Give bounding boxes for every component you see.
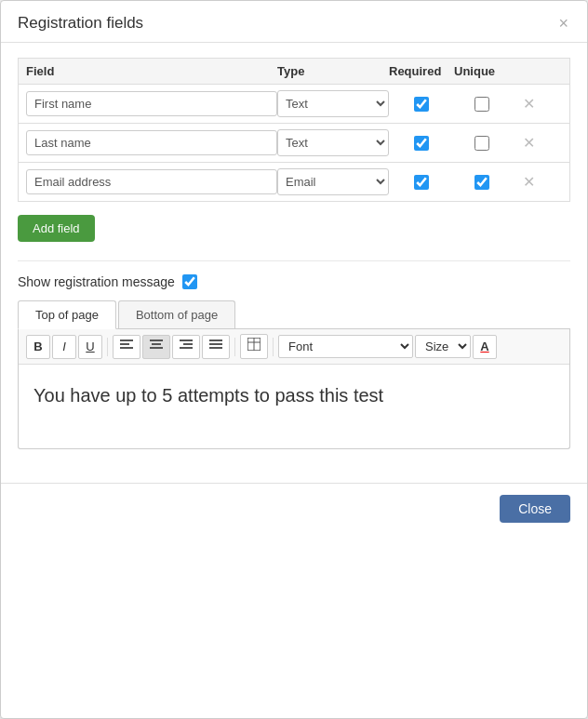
show-message-label: Show registration message: [18, 274, 175, 289]
field-delete-icon-1[interactable]: ✕: [510, 95, 547, 113]
show-message-row: Show registration message: [18, 274, 570, 289]
col-required-label: Required: [389, 64, 454, 78]
dialog-title: Registration fields: [18, 14, 143, 33]
toolbar-separator-3: [273, 338, 274, 356]
field-required-cell: [389, 97, 454, 112]
field-unique-cell: [454, 97, 510, 112]
svg-rect-7: [183, 343, 193, 345]
dialog-body: Field Type Required Unique Text Email Nu…: [1, 43, 587, 464]
table-row: Text Email Number Date ✕: [18, 123, 570, 162]
col-type-label: Type: [277, 64, 389, 78]
underline-button[interactable]: U: [78, 335, 102, 359]
table-row: Text Email Number Date ✕: [18, 162, 570, 202]
field-unique-checkbox-1[interactable]: [474, 97, 489, 112]
svg-rect-11: [209, 347, 222, 349]
font-select[interactable]: Font Arial Times New Roman Courier New: [278, 335, 413, 358]
svg-rect-5: [150, 347, 163, 349]
size-select[interactable]: Size 8101214 16182436: [415, 335, 471, 358]
field-name-input-1[interactable]: [26, 91, 277, 116]
field-name-input-3[interactable]: [26, 169, 277, 194]
align-center-icon: [150, 340, 163, 351]
field-unique-cell: [454, 175, 510, 190]
svg-rect-3: [150, 340, 163, 341]
toolbar-separator-1: [107, 338, 108, 356]
tabs-row: Top of page Bottom of page: [18, 300, 570, 329]
align-center-button[interactable]: [142, 335, 170, 359]
field-unique-cell: [454, 136, 510, 151]
field-required-cell: [389, 136, 454, 151]
font-color-label: A: [480, 340, 488, 353]
field-required-checkbox-3[interactable]: [414, 175, 429, 190]
editor-container: B I U: [18, 329, 570, 449]
svg-rect-8: [180, 347, 193, 349]
close-button[interactable]: Close: [500, 495, 570, 523]
field-name-cell: [26, 169, 277, 194]
dialog-footer: Close: [1, 483, 587, 534]
svg-rect-9: [209, 340, 222, 341]
field-name-cell: [26, 91, 277, 116]
field-name-cell: [26, 130, 277, 155]
field-unique-checkbox-3[interactable]: [474, 175, 489, 190]
field-type-cell: Text Email Number Date: [277, 90, 389, 117]
col-field-label: Field: [26, 64, 277, 78]
font-color-button[interactable]: A: [473, 335, 497, 359]
field-delete-icon-2[interactable]: ✕: [510, 134, 547, 152]
justify-icon: [209, 340, 222, 351]
toolbar-separator-2: [234, 338, 235, 356]
table-header: Field Type Required Unique: [18, 58, 570, 84]
show-message-checkbox[interactable]: [182, 274, 197, 289]
section-divider: [18, 260, 570, 261]
align-right-icon: [180, 340, 193, 351]
field-required-checkbox-2[interactable]: [414, 136, 429, 151]
svg-rect-6: [180, 340, 193, 341]
align-right-button[interactable]: [172, 335, 200, 359]
editor-content[interactable]: You have up to 5 attempts to pass this t…: [19, 365, 569, 448]
field-delete-icon-3[interactable]: ✕: [510, 173, 547, 191]
field-type-cell: Text Email Number Date: [277, 168, 389, 195]
field-name-input-2[interactable]: [26, 130, 277, 155]
bold-button[interactable]: B: [26, 335, 50, 359]
dialog-close-x-button[interactable]: ×: [556, 15, 570, 32]
editor-text: You have up to 5 attempts to pass this t…: [33, 385, 383, 406]
field-type-select-3[interactable]: Text Email Number Date: [277, 168, 389, 195]
field-required-checkbox-1[interactable]: [414, 97, 429, 112]
dialog: Registration fields × Field Type Require…: [0, 0, 588, 719]
table-row: Text Email Number Date ✕: [18, 84, 570, 123]
add-field-button[interactable]: Add field: [18, 215, 95, 242]
col-unique-label: Unique: [454, 64, 510, 78]
italic-button[interactable]: I: [52, 335, 76, 359]
align-left-icon: [120, 340, 133, 351]
justify-button[interactable]: [202, 335, 230, 359]
svg-rect-10: [209, 343, 222, 345]
table-button[interactable]: [240, 334, 268, 359]
align-left-button[interactable]: [113, 335, 140, 359]
field-type-cell: Text Email Number Date: [277, 129, 389, 156]
svg-rect-2: [120, 347, 133, 349]
editor-toolbar: B I U: [19, 329, 569, 365]
svg-rect-1: [120, 343, 129, 345]
field-type-select-1[interactable]: Text Email Number Date: [277, 90, 389, 117]
field-unique-checkbox-2[interactable]: [474, 136, 489, 151]
svg-rect-0: [120, 340, 133, 341]
dialog-header: Registration fields ×: [1, 1, 587, 43]
table-icon: [247, 338, 261, 351]
field-required-cell: [389, 175, 454, 190]
tab-top-of-page[interactable]: Top of page: [18, 300, 116, 329]
field-type-select-2[interactable]: Text Email Number Date: [277, 129, 389, 156]
svg-rect-4: [152, 343, 161, 345]
tab-bottom-of-page[interactable]: Bottom of page: [118, 300, 235, 328]
